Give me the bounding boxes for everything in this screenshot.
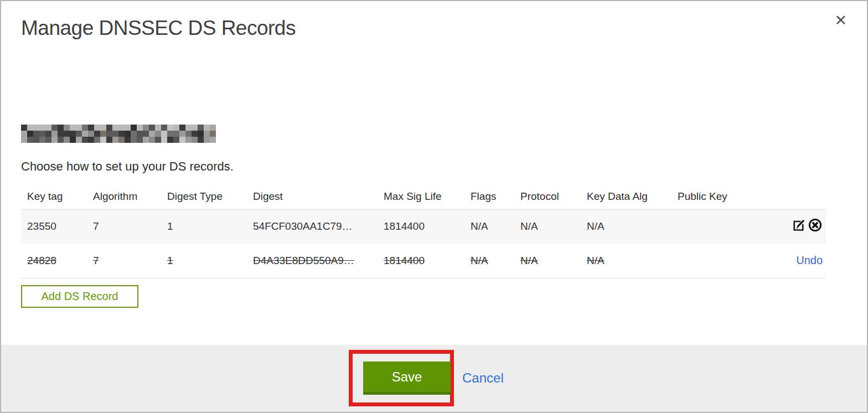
row-actions: Undo bbox=[755, 244, 826, 278]
col-header-protocol: Protocol bbox=[514, 184, 581, 209]
cell-key-tag: 24828 bbox=[21, 244, 87, 278]
close-icon[interactable]: ✕ bbox=[834, 13, 847, 28]
cell-key-data-alg: N/A bbox=[581, 209, 671, 244]
table-row: 23550 7 1 54FCF030AA1C79… 1814400 N/A N/… bbox=[21, 209, 826, 244]
cell-protocol: N/A bbox=[514, 244, 581, 278]
cell-key-data-alg: N/A bbox=[581, 244, 671, 278]
table-header-row: Key tag Algorithm Digest Type Digest Max… bbox=[21, 184, 826, 209]
cell-protocol: N/A bbox=[514, 209, 581, 244]
table-row-deleted: 24828 7 1 D4A33E8DD550A9… 1814400 N/A N/… bbox=[21, 244, 826, 278]
cell-max-sig-life: 1814400 bbox=[378, 244, 464, 278]
cell-algorithm: 7 bbox=[87, 244, 161, 278]
cancel-link[interactable]: Cancel bbox=[462, 370, 504, 386]
cell-key-tag: 23550 bbox=[21, 209, 87, 244]
cell-public-key bbox=[671, 209, 755, 244]
save-button[interactable]: Save bbox=[363, 362, 451, 395]
cell-max-sig-life: 1814400 bbox=[378, 209, 464, 244]
col-header-flags: Flags bbox=[464, 184, 514, 209]
edit-record-icon[interactable] bbox=[792, 218, 807, 233]
cell-digest: D4A33E8DD550A9… bbox=[247, 244, 378, 278]
col-header-digest-type: Digest Type bbox=[161, 184, 247, 209]
dnssec-dialog: Manage DNSSEC DS Records ✕ Choose how to… bbox=[0, 0, 868, 413]
col-header-algorithm: Algorithm bbox=[87, 184, 161, 209]
col-header-public-key: Public Key bbox=[671, 184, 755, 209]
instruction-text: Choose how to set up your DS records. bbox=[21, 159, 234, 174]
cell-digest: 54FCF030AA1C79… bbox=[247, 209, 378, 244]
col-header-max-sig-life: Max Sig Life bbox=[378, 184, 464, 209]
col-header-key-tag: Key tag bbox=[21, 184, 87, 209]
col-header-key-data-alg: Key Data Alg bbox=[581, 184, 671, 209]
redacted-domain-name bbox=[21, 125, 216, 143]
delete-record-icon[interactable] bbox=[808, 218, 823, 233]
cell-flags: N/A bbox=[464, 244, 514, 278]
cell-digest-type: 1 bbox=[161, 244, 247, 278]
cell-flags: N/A bbox=[464, 209, 514, 244]
cell-public-key bbox=[671, 244, 755, 278]
col-header-digest: Digest bbox=[247, 184, 378, 209]
row-actions bbox=[755, 209, 826, 244]
col-header-actions bbox=[755, 184, 826, 209]
dialog-footer: Save Cancel bbox=[1, 345, 867, 412]
ds-records-table: Key tag Algorithm Digest Type Digest Max… bbox=[21, 184, 826, 278]
page-title: Manage DNSSEC DS Records bbox=[21, 17, 296, 40]
add-ds-record-button[interactable]: Add DS Record bbox=[21, 285, 138, 308]
undo-link[interactable]: Undo bbox=[796, 254, 823, 266]
cell-algorithm: 7 bbox=[87, 209, 161, 244]
cell-digest-type: 1 bbox=[161, 209, 247, 244]
